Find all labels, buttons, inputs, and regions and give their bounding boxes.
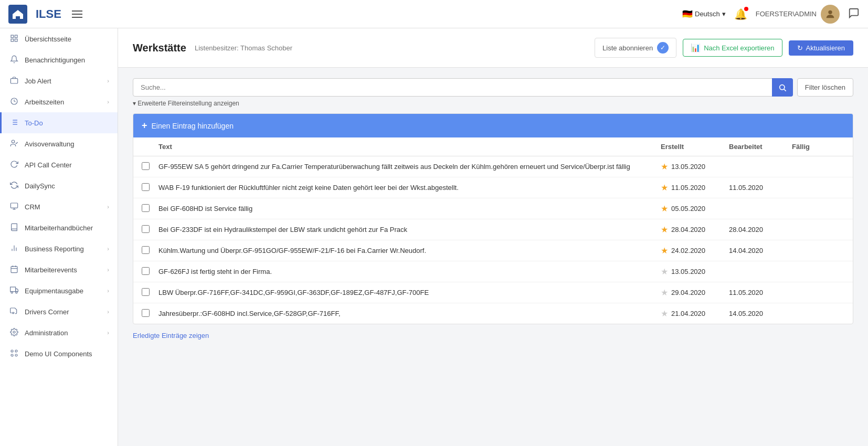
logo-text: ILSE	[36, 7, 61, 21]
notification-bell[interactable]: 🔔	[734, 8, 747, 20]
hamburger-menu[interactable]	[70, 8, 84, 20]
sidebar-item-crm[interactable]: CRM ›	[0, 196, 118, 217]
row-checkbox[interactable]	[142, 267, 158, 277]
sidebar-item-label: Demo UI Components	[25, 350, 92, 358]
star-icon[interactable]: ★	[661, 288, 668, 298]
components-icon	[10, 349, 19, 358]
sidebar-item-mitarbeiterevents[interactable]: Mitarbeiterevents ›	[0, 259, 118, 280]
row-created: ★ 13.05.2020	[661, 267, 729, 277]
svg-point-31	[15, 350, 17, 352]
svg-point-26	[11, 292, 13, 293]
sidebar-item-uebersichtsseite[interactable]: Übersichtsseite	[0, 28, 118, 49]
sidebar-item-label: CRM	[25, 203, 40, 211]
header-edited-col: Bearbeitet	[729, 143, 792, 151]
grid-icon	[10, 34, 19, 44]
excel-export-button[interactable]: 📊 Nach Excel exportieren	[683, 39, 782, 57]
sidebar-item-label: Equipmentausgabe	[25, 287, 83, 295]
row-created: ★ 11.05.2020	[661, 183, 729, 193]
row-edited: 28.04.2020	[729, 226, 792, 233]
refresh-icon	[10, 160, 19, 169]
svg-rect-20	[11, 267, 17, 273]
sidebar-item-api-call-center[interactable]: API Call Center	[0, 154, 118, 175]
refresh-button[interactable]: ↻ Aktualisieren	[789, 40, 853, 56]
search-wrapper	[133, 78, 793, 97]
star-icon[interactable]: ★	[661, 225, 668, 235]
filter-toggle-link[interactable]: ▾ Erweiterte Filtereinstellung anzeigen	[133, 100, 853, 107]
star-icon[interactable]: ★	[661, 267, 668, 277]
svg-line-35	[784, 89, 786, 91]
app-body: Übersichtsseite Benachrichtigungen Job A…	[0, 28, 868, 446]
settings-icon	[10, 328, 19, 337]
sidebar-item-administration[interactable]: Administration ›	[0, 322, 118, 343]
row-checkbox[interactable]	[142, 309, 158, 318]
row-text: GF-955EW SA 5 gehört dringend zur Fa.Car…	[158, 163, 661, 171]
user-info[interactable]: FOERSTER\ADMIN	[756, 5, 840, 24]
subscribe-label: Liste abonnieren	[602, 44, 653, 52]
erledigte-link[interactable]: Erledigte Einträge zeigen	[133, 332, 209, 339]
row-checkbox[interactable]	[142, 246, 158, 256]
sidebar-item-to-do[interactable]: To-Do	[0, 112, 118, 133]
language-label: Deutsch	[695, 10, 720, 18]
row-created: ★ 21.04.2020	[661, 309, 729, 318]
row-checkbox[interactable]	[142, 225, 158, 235]
user-check-icon	[10, 139, 19, 148]
sidebar-item-equipmentausgabe[interactable]: Equipmentausgabe ›	[0, 280, 118, 301]
crm-icon	[10, 202, 19, 211]
sidebar-item-job-alert[interactable]: Job Alert ›	[0, 70, 118, 91]
row-checkbox[interactable]	[142, 183, 158, 193]
sidebar-item-drivers-corner[interactable]: Drivers Corner ›	[0, 301, 118, 322]
sidebar-item-demo-ui[interactable]: Demo UI Components	[0, 343, 118, 364]
star-icon[interactable]: ★	[661, 246, 668, 256]
row-checkbox[interactable]	[142, 162, 158, 172]
subscribe-button[interactable]: Liste abonnieren ✓	[595, 38, 676, 58]
row-text: GF-626FJ ist fertig steht in der Firma.	[158, 268, 661, 275]
table-row: Bei GF-233DF ist ein Hydraulikstempel de…	[133, 219, 853, 240]
row-checkbox[interactable]	[142, 204, 158, 214]
search-input[interactable]	[133, 78, 793, 97]
page-title-area: Werkstätte Listenbesitzer: Thomas Schobe…	[133, 42, 292, 54]
language-selector[interactable]: 🇩🇪 Deutsch ▾	[682, 9, 726, 19]
sidebar-item-label: Administration	[25, 329, 68, 337]
top-navigation: ILSE 🇩🇪 Deutsch ▾ 🔔 FOERSTER\ADMIN	[0, 0, 868, 28]
sidebar-item-label: API Call Center	[25, 161, 72, 169]
table-rows: GF-955EW SA 5 gehört dringend zur Fa.Car…	[133, 156, 853, 324]
svg-point-28	[13, 312, 14, 314]
bell-icon	[10, 55, 19, 65]
search-button[interactable]	[772, 78, 793, 97]
chart-icon	[10, 244, 19, 253]
sync-icon	[10, 181, 19, 190]
sidebar-item-label: Übersichtsseite	[25, 35, 71, 43]
star-icon[interactable]: ★	[661, 309, 668, 318]
row-created: ★ 05.05.2020	[661, 204, 729, 214]
excel-label: Nach Excel exportieren	[704, 44, 774, 52]
add-entry-row[interactable]: + Einen Eintrag hinzufügen	[133, 114, 853, 137]
sidebar-item-dailysync[interactable]: DailySync	[0, 175, 118, 196]
plus-icon: +	[142, 120, 147, 131]
table-row: Jahresüberpr.:GF-608HD incl.Service,GF-5…	[133, 303, 853, 324]
row-created: ★ 29.04.2020	[661, 288, 729, 298]
svg-rect-14	[10, 203, 17, 208]
filter-clear-button[interactable]: Filter löschen	[797, 78, 853, 97]
page-subtitle: Listenbesitzer: Thomas Schober	[195, 44, 292, 52]
created-date: 11.05.2020	[671, 184, 705, 192]
row-edited: 14.04.2020	[729, 247, 792, 254]
sidebar-item-benachrichtigungen[interactable]: Benachrichtigungen	[0, 49, 118, 70]
row-text: Jahresüberpr.:GF-608HD incl.Service,GF-5…	[158, 310, 661, 317]
sidebar-item-mitarbeiterhandbuecher[interactable]: Mitarbeiterhandbücher	[0, 217, 118, 238]
row-checkbox[interactable]	[142, 288, 158, 298]
sidebar-item-label: Business Reporting	[25, 245, 84, 253]
table-row: GF-626FJ ist fertig steht in der Firma. …	[133, 261, 853, 282]
sidebar-item-avisoverwaltung[interactable]: Avisoverwaltung	[0, 133, 118, 154]
row-created: ★ 13.05.2020	[661, 162, 729, 172]
chevron-right-icon: ›	[107, 288, 109, 294]
chat-icon[interactable]	[848, 7, 860, 20]
row-text: WAB F-19 funktioniert der Rückluftfühler…	[158, 184, 661, 192]
sidebar-item-business-reporting[interactable]: Business Reporting ›	[0, 238, 118, 259]
svg-rect-1	[11, 35, 14, 38]
sidebar-item-arbeitszeiten[interactable]: Arbeitszeiten ›	[0, 91, 118, 112]
star-icon[interactable]: ★	[661, 183, 668, 193]
notification-dot	[744, 7, 748, 11]
star-icon[interactable]: ★	[661, 162, 668, 172]
sidebar: Übersichtsseite Benachrichtigungen Job A…	[0, 28, 118, 446]
star-icon[interactable]: ★	[661, 204, 668, 214]
